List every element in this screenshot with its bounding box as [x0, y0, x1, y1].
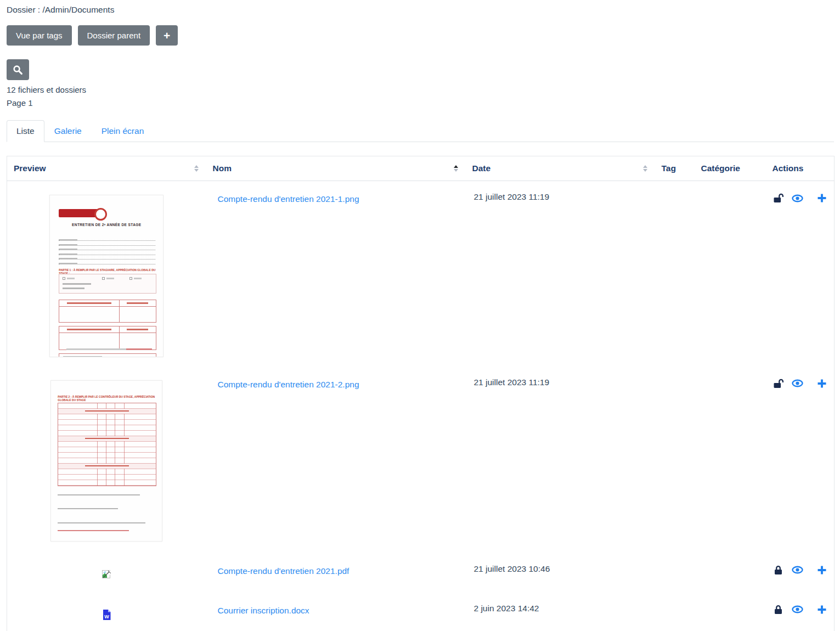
- table-row: W Courrier inscription.docx 2 juin 2023 …: [7, 593, 835, 631]
- file-date: 21 juillet 2023 11:19: [474, 378, 550, 387]
- tag-cell: [655, 553, 695, 593]
- table-header-row: Preview Nom Date: [7, 156, 835, 181]
- thumbnail-part2-heading: PARTIE 2 : À REMPLIR PAR LE CONTRÔLEUR D…: [58, 395, 156, 402]
- column-header-categorie: Catégorie: [695, 156, 766, 181]
- red-table-graphic: [59, 300, 156, 323]
- column-label: Date: [472, 164, 491, 173]
- sort-icon[interactable]: [643, 165, 647, 172]
- column-label: Preview: [14, 164, 46, 173]
- current-folder-path: Dossier : /Admin/Documents: [7, 5, 834, 15]
- checkbox-box-graphic: [59, 274, 156, 294]
- table-row: PARTIE 2 : À REMPLIR PAR LE CONTRÔLEUR D…: [7, 367, 835, 553]
- view-eye-icon[interactable]: [792, 566, 803, 574]
- column-header-date[interactable]: Date: [466, 156, 655, 181]
- evaluation-table-graphic: [58, 403, 156, 486]
- file-table: Preview Nom Date: [7, 156, 835, 631]
- sort-icon[interactable]: [194, 165, 199, 172]
- lock-icon[interactable]: [773, 565, 784, 575]
- file-name-link[interactable]: Compte-rendu d'entretien 2021-2.png: [218, 380, 359, 389]
- file-date: 21 juillet 2023 10:46: [474, 564, 550, 573]
- tab-plein-ecran[interactable]: Plein écran: [92, 120, 154, 142]
- red-table-graphic: [59, 326, 156, 350]
- file-preview-thumbnail[interactable]: PARTIE 2 : À REMPLIR PAR LE CONTRÔLEUR D…: [50, 380, 162, 542]
- parent-folder-button[interactable]: Dossier parent: [78, 25, 150, 46]
- file-date: 2 juin 2023 14:42: [474, 604, 539, 613]
- tag-cell: [655, 181, 695, 367]
- signature-box-graphic: [59, 353, 156, 357]
- column-header-nom[interactable]: Nom: [206, 156, 466, 181]
- word-letter: W: [104, 613, 109, 619]
- file-name-link[interactable]: Compte-rendu d'entretien 2021-1.png: [218, 194, 359, 204]
- text-line-graphic: [58, 508, 118, 510]
- file-name-link[interactable]: Courrier inscription.docx: [218, 606, 309, 615]
- file-name-link[interactable]: Compte-rendu d'entretien 2021.pdf: [218, 566, 349, 576]
- red-logo-graphic: [59, 209, 100, 217]
- unlock-icon[interactable]: [773, 379, 784, 388]
- table-row: Compte-rendu d'entretien 2021.pdf 21 jui…: [7, 553, 835, 593]
- broken-image-icon: [102, 570, 111, 581]
- form-lines-graphic: [59, 239, 155, 267]
- view-tabs: Liste Galerie Plein écran: [7, 120, 834, 142]
- search-button[interactable]: [7, 59, 29, 80]
- tag-cell: [655, 593, 695, 631]
- thumbnail-document-title: ENTRETIEN DE 2ᵉ ANNÉE DE STAGE: [50, 223, 163, 227]
- tag-cell: [655, 367, 695, 553]
- category-cell: [695, 367, 766, 553]
- column-label: Nom: [213, 164, 232, 173]
- column-header-preview[interactable]: Preview: [7, 156, 206, 181]
- view-eye-icon[interactable]: [792, 379, 803, 387]
- add-plus-icon[interactable]: [817, 379, 827, 388]
- view-eye-icon[interactable]: [792, 605, 803, 613]
- page-number-label: Page 1: [7, 97, 834, 110]
- view-by-tags-button[interactable]: Vue par tags: [7, 25, 72, 46]
- unlock-icon[interactable]: [773, 193, 784, 203]
- lock-icon[interactable]: [773, 605, 784, 615]
- category-cell: [695, 181, 766, 367]
- category-cell: [695, 593, 766, 631]
- word-file-icon: W: [103, 610, 111, 622]
- files-count-label: 12 fichiers et dossiers: [7, 83, 834, 97]
- tab-galerie[interactable]: Galerie: [44, 120, 92, 142]
- thumbnail-footer-line: [66, 348, 152, 350]
- file-preview-thumbnail[interactable]: ENTRETIEN DE 2ᵉ ANNÉE DE STAGE PARTIE 1 …: [49, 195, 164, 357]
- add-button[interactable]: +: [156, 25, 178, 46]
- file-table-zone: Preview Nom Date: [7, 156, 834, 631]
- column-header-tag: Tag: [655, 156, 695, 181]
- file-date: 21 juillet 2023 11:19: [474, 192, 550, 201]
- sort-asc-active-icon[interactable]: [454, 165, 458, 172]
- add-plus-icon[interactable]: [817, 565, 827, 575]
- view-eye-icon[interactable]: [792, 194, 803, 202]
- toolbar: Vue par tags Dossier parent +: [7, 25, 834, 46]
- text-line-graphic: [58, 522, 145, 524]
- thumbnail-footer-line: [58, 530, 129, 532]
- add-plus-icon[interactable]: [817, 193, 827, 203]
- table-row: ENTRETIEN DE 2ᵉ ANNÉE DE STAGE PARTIE 1 …: [7, 181, 835, 367]
- text-line-graphic: [58, 494, 140, 496]
- search-icon: [13, 65, 23, 75]
- column-header-actions: Actions: [766, 156, 835, 181]
- tab-liste[interactable]: Liste: [7, 120, 44, 142]
- category-cell: [695, 553, 766, 593]
- page-root: Dossier : /Admin/Documents Vue par tags …: [0, 0, 840, 631]
- add-plus-icon[interactable]: [817, 605, 827, 615]
